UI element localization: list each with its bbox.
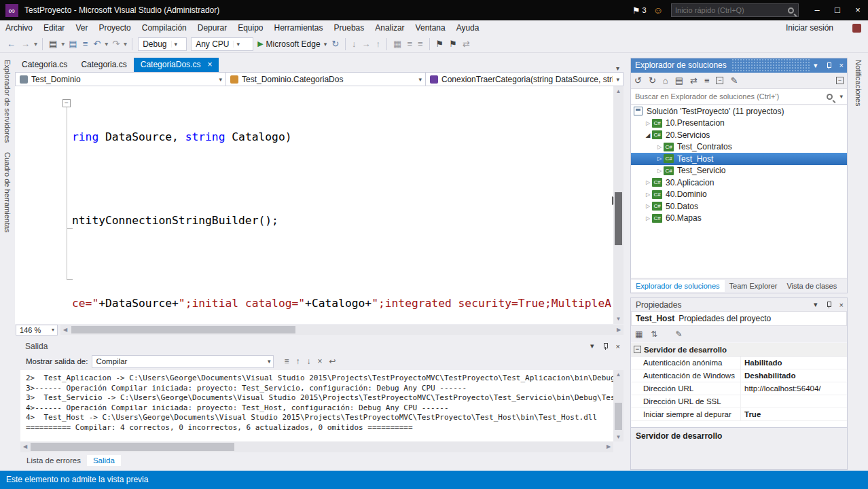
tree-row-datos[interactable]: ▷ C# 50.Datos xyxy=(631,200,847,213)
close-icon[interactable]: × xyxy=(836,301,847,309)
step-over-icon[interactable]: → xyxy=(359,39,374,49)
step-into-icon[interactable]: ↓ xyxy=(349,39,359,49)
scroll-down-icon[interactable]: ▼ xyxy=(613,434,623,440)
menu-editar[interactable]: Editar xyxy=(38,20,70,35)
property-row-always-start[interactable]: Iniciar siempre al depurar True xyxy=(631,408,847,421)
menu-proyecto[interactable]: Proyecto xyxy=(93,20,136,35)
expander-collapsed-icon[interactable]: ▷ xyxy=(644,179,652,185)
feedback-icon[interactable] xyxy=(852,24,861,33)
property-name[interactable]: Dirección URL de SSL xyxy=(631,395,741,408)
output-source-combo[interactable]: Compilar ▾ xyxy=(92,355,274,368)
chevron-down-icon[interactable]: ▾ xyxy=(324,41,327,48)
toolbox-tab[interactable]: Cuadro de herramientas xyxy=(3,152,12,233)
sync-with-active-document-icon[interactable]: ⇄ xyxy=(687,75,701,86)
solution-explorer-header[interactable]: Explorador de soluciones ▾ × xyxy=(631,58,847,73)
scroll-down-icon[interactable]: ▼ xyxy=(613,316,623,322)
new-file-icon[interactable]: ▤ xyxy=(46,39,60,49)
chevron-down-icon[interactable]: ▾ xyxy=(233,41,242,48)
previous-message-icon[interactable]: ↑ xyxy=(292,357,303,366)
quick-launch-input[interactable] xyxy=(672,6,788,14)
category-collapse-icon[interactable]: − xyxy=(634,346,641,353)
expander-collapsed-icon[interactable]: ▷ xyxy=(655,168,664,174)
menu-depurar[interactable]: Depurar xyxy=(192,20,232,35)
forward-icon[interactable]: ↻ xyxy=(645,75,659,86)
property-row-windows-auth[interactable]: Autenticación de Windows Deshabilitado xyxy=(631,369,847,382)
chevron-down-icon[interactable]: ▾ xyxy=(265,358,274,365)
minimize-button[interactable]: – xyxy=(807,0,827,20)
scroll-up-icon[interactable]: ▲ xyxy=(613,88,623,94)
menu-ver[interactable]: Ver xyxy=(70,20,93,35)
step-out-icon[interactable]: ↑ xyxy=(374,39,384,49)
zoom-combo[interactable]: 146 % ▾ xyxy=(16,325,58,336)
expander-collapsed-icon[interactable]: ▷ xyxy=(644,192,652,198)
document-list-chevron-icon[interactable]: ▾ xyxy=(616,65,623,72)
solution-platform-combo[interactable]: Any CPU ▾ xyxy=(191,37,253,51)
word-wrap-icon[interactable]: ↩ xyxy=(325,357,339,366)
bookmark-icon[interactable]: ⚑ xyxy=(433,39,447,49)
menu-herramientas[interactable]: Herramientas xyxy=(269,20,329,35)
menu-pruebas[interactable]: Pruebas xyxy=(329,20,370,35)
scroll-right-icon[interactable]: ▶ xyxy=(614,325,623,335)
window-position-chevron-icon[interactable]: ▾ xyxy=(810,58,821,73)
menu-archivo[interactable]: Archivo xyxy=(0,20,38,35)
tab-categoria-1[interactable]: Categoria.cs xyxy=(15,58,74,72)
property-value[interactable]: True xyxy=(741,408,847,420)
type-dropdown[interactable]: Test_Dominio.CategoriaDos ▾ xyxy=(226,73,426,86)
chevron-down-icon[interactable]: ▾ xyxy=(613,76,623,83)
chevron-down-icon[interactable]: ▾ xyxy=(415,76,425,83)
property-name[interactable]: Autenticación anónima xyxy=(631,357,741,369)
notifications-tab[interactable]: Notificaciones xyxy=(854,60,863,106)
chevron-down-icon[interactable]: ▾ xyxy=(171,41,181,48)
property-name[interactable]: Dirección URL xyxy=(631,382,741,395)
property-category-row[interactable]: − Servidor de desarrollo xyxy=(631,343,847,357)
next-bookmark-icon[interactable]: ⚑ xyxy=(446,39,460,49)
comment-icon[interactable]: ≡ xyxy=(404,39,415,49)
property-name[interactable]: Autenticación de Windows xyxy=(631,369,741,382)
scrollbar-thumb[interactable] xyxy=(615,403,622,430)
scrollbar-thumb[interactable] xyxy=(31,443,234,451)
tab-categoriados-active[interactable]: CategoriaDos.cs × xyxy=(134,58,219,72)
scroll-right-icon[interactable]: ▶ xyxy=(604,441,613,452)
editor-vertical-scrollbar[interactable]: ▲ ▼ xyxy=(613,86,623,324)
output-tab[interactable]: Salida xyxy=(87,455,121,466)
pin-icon[interactable] xyxy=(825,62,832,69)
property-value[interactable]: http://localhost:56404/ xyxy=(741,382,847,395)
window-position-chevron-icon[interactable]: ▾ xyxy=(810,300,821,309)
menu-compilacion[interactable]: Compilación xyxy=(137,20,192,35)
feedback-smiley-icon[interactable]: ☺ xyxy=(653,5,663,16)
property-value[interactable]: Habilitado xyxy=(741,357,847,369)
properties-object-combo[interactable]: Test_Host Propiedades del proyecto xyxy=(631,311,847,326)
expander-collapsed-icon[interactable]: ▷ xyxy=(644,203,652,209)
redo-icon[interactable]: ↷ xyxy=(109,39,122,49)
editor-horizontal-scrollbar[interactable]: ◀ ▶ xyxy=(60,325,623,335)
properties-icon[interactable]: ✎ xyxy=(727,75,741,86)
tree-row-test-contratos[interactable]: ▷ C# Test_Contratos xyxy=(631,141,847,153)
new-file-chevron-icon[interactable]: ▾ xyxy=(60,40,66,48)
property-row-ssl-url[interactable]: Dirección URL de SSL xyxy=(631,395,847,408)
output-header[interactable]: Salida ▾ × xyxy=(20,340,623,352)
scrollbar-thumb[interactable] xyxy=(71,326,295,333)
output-horizontal-scrollbar[interactable]: ◀ ▶ xyxy=(20,441,613,452)
expander-collapsed-icon[interactable]: ▷ xyxy=(644,215,652,221)
close-button[interactable]: × xyxy=(848,0,868,20)
scroll-up-icon[interactable]: ▲ xyxy=(613,372,623,378)
tab-categoria-2[interactable]: Categoria.cs xyxy=(74,58,133,72)
member-dropdown[interactable]: ConexionTraerCategoria(string DataSource… xyxy=(426,73,623,86)
code-editor[interactable]: − ring DataSource, string Catalogo) ntit… xyxy=(15,86,623,324)
categorized-icon[interactable]: ▦ xyxy=(631,329,647,339)
expander-collapsed-icon[interactable]: ▷ xyxy=(655,144,664,150)
undo-chevron-icon[interactable]: ▾ xyxy=(103,40,109,48)
save-icon[interactable]: ▤ xyxy=(66,39,79,49)
collapse-all-icon[interactable]: − xyxy=(716,77,723,84)
error-list-tab[interactable]: Lista de errores xyxy=(20,455,87,466)
menu-equipo[interactable]: Equipo xyxy=(232,20,268,35)
navigate-back-icon[interactable]: ← xyxy=(4,39,18,49)
tree-row-mapas[interactable]: ▷ C# 60.Mapas xyxy=(631,213,847,225)
solution-search-box[interactable]: ▾ xyxy=(631,89,847,105)
scroll-left-icon[interactable]: ◀ xyxy=(20,441,30,452)
menu-ayuda[interactable]: Ayuda xyxy=(451,20,485,35)
property-row-url[interactable]: Dirección URL http://localhost:56404/ xyxy=(631,382,847,395)
uncomment-icon[interactable]: ≡ xyxy=(415,39,426,49)
server-explorer-tab[interactable]: Explorador de servidores xyxy=(3,60,12,143)
maximize-button[interactable]: □ xyxy=(827,0,848,20)
